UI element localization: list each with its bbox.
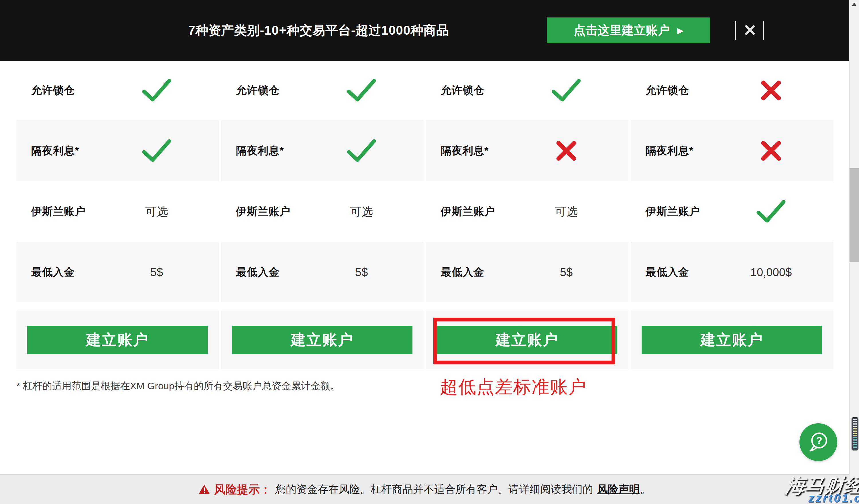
- create-account-button[interactable]: 建立账户: [437, 326, 617, 354]
- row-value: [756, 200, 786, 223]
- annotation-text: 超低点差标准账户: [440, 375, 587, 399]
- cross-icon: [760, 79, 782, 101]
- risk-text-end: 。: [640, 482, 651, 497]
- create-account-button[interactable]: 建立账户: [27, 326, 208, 354]
- scroll-up-arrow-icon[interactable]: [852, 3, 856, 6]
- account-column: 允许锁仓隔夜利息*伊斯兰账户可选最低入金5$建立账户: [221, 61, 424, 369]
- row-value: [347, 78, 376, 103]
- button-band: 建立账户: [16, 311, 219, 369]
- check-icon: [142, 139, 171, 163]
- scroll-minimap-widget: [852, 417, 858, 451]
- cell-value: 5$: [355, 266, 368, 279]
- row-value: [347, 139, 376, 163]
- risk-bar: 风险提示： 您的资金存在风险。杠杆商品并不适合所有客户。请详细阅读我们的 风险声…: [0, 474, 849, 504]
- scrollbar[interactable]: [849, 0, 859, 504]
- table-row: 隔夜利息*: [16, 120, 219, 181]
- row-value: 5$: [560, 266, 573, 279]
- risk-statement-link[interactable]: 风险声明: [597, 482, 639, 497]
- page: 7种资产类别-10+种交易平台-超过1000种商品 点击这里建立账户 ▶ ✕ 允…: [0, 0, 859, 504]
- table-row: 伊斯兰账户可选: [221, 181, 424, 242]
- scrollbar-thumb[interactable]: [849, 168, 859, 262]
- table-row: 允许锁仓: [221, 61, 424, 120]
- row-label: 最低入金: [441, 265, 484, 279]
- row-value: [552, 78, 581, 103]
- row-value: 5$: [355, 266, 368, 279]
- row-value: [760, 79, 782, 101]
- watermark-site: zzrt01.cn: [808, 492, 859, 504]
- row-label: 伊斯兰账户: [236, 204, 290, 219]
- accounts-comparison-table: 允许锁仓隔夜利息*伊斯兰账户可选最低入金5$建立账户允许锁仓隔夜利息*伊斯兰账户…: [16, 61, 833, 369]
- create-account-cta-button[interactable]: 点击这里建立账户 ▶: [547, 17, 710, 43]
- table-row: 允许锁仓: [16, 61, 219, 120]
- row-label: 伊斯兰账户: [441, 204, 495, 219]
- close-icon[interactable]: ✕: [738, 17, 761, 43]
- account-column: 允许锁仓隔夜利息*伊斯兰账户可选最低入金5$建立账户: [426, 61, 629, 369]
- row-label: 隔夜利息*: [236, 144, 284, 158]
- row-label: 允许锁仓: [236, 83, 280, 98]
- account-column: 允许锁仓隔夜利息*伊斯兰账户可选最低入金5$建立账户: [16, 61, 219, 369]
- cell-value: 可选: [145, 204, 168, 220]
- cross-icon: [760, 140, 782, 162]
- button-band: 建立账户: [631, 311, 833, 369]
- table-row: 隔夜利息*: [631, 120, 833, 181]
- banner-title: 7种资产类别-10+种交易平台-超过1000种商品: [188, 0, 449, 61]
- row-value: [555, 140, 577, 162]
- table-row: 最低入金5$: [221, 242, 424, 302]
- row-label: 隔夜利息*: [441, 144, 489, 158]
- row-value: 可选: [350, 204, 373, 220]
- warning-triangle-icon: [198, 484, 210, 494]
- divider: [763, 21, 764, 40]
- minimap-stripes-white: [853, 419, 857, 427]
- risk-label: 风险提示：: [214, 482, 271, 498]
- risk-text: 您的资金存在风险。杠杆商品并不适合所有客户。请详细阅读我们的: [275, 482, 593, 497]
- table-row: 最低入金5$: [16, 242, 219, 302]
- minimap-stripes-teal: [853, 437, 857, 448]
- table-row: 最低入金10,000$: [631, 242, 833, 302]
- check-icon: [756, 200, 786, 223]
- account-column: 允许锁仓隔夜利息*伊斯兰账户最低入金10,000$建立账户: [631, 61, 833, 369]
- cell-value: 5$: [560, 266, 573, 279]
- top-banner: 7种资产类别-10+种交易平台-超过1000种商品 点击这里建立账户 ▶ ✕: [0, 0, 849, 61]
- row-gap: [426, 302, 629, 311]
- row-value: [142, 139, 171, 163]
- button-band: 建立账户: [221, 311, 424, 369]
- cta-arrow-icon: ▶: [677, 27, 683, 35]
- row-label: 隔夜利息*: [31, 144, 79, 158]
- leverage-footnote: * 杠杆的适用范围是根据在XM Group持有的所有交易账户总资金累计金额。: [16, 379, 340, 393]
- row-gap: [631, 302, 833, 311]
- row-gap: [221, 302, 424, 311]
- row-value: [142, 78, 171, 103]
- row-value: 10,000$: [751, 266, 792, 279]
- row-value: 可选: [555, 204, 578, 220]
- row-label: 最低入金: [236, 265, 280, 279]
- minimap-stripes-yellow: [853, 428, 857, 437]
- row-label: 伊斯兰账户: [31, 204, 86, 219]
- table-row: 伊斯兰账户可选: [426, 181, 629, 242]
- create-account-button[interactable]: 建立账户: [232, 326, 412, 354]
- row-label: 隔夜利息*: [646, 144, 693, 158]
- cta-label: 点击这里建立账户: [574, 22, 670, 38]
- row-label: 最低入金: [31, 265, 75, 279]
- table-row: 允许锁仓: [426, 61, 629, 120]
- cell-value: 可选: [350, 204, 373, 220]
- chat-question-icon: ?: [807, 431, 829, 453]
- cell-value: 可选: [555, 204, 578, 220]
- row-value: 可选: [145, 204, 168, 220]
- help-button[interactable]: ?: [799, 423, 837, 461]
- check-icon: [552, 78, 581, 103]
- table-row: 隔夜利息*: [221, 120, 424, 181]
- create-account-button[interactable]: 建立账户: [642, 326, 822, 354]
- check-icon: [347, 78, 376, 103]
- row-label: 允许锁仓: [31, 83, 75, 98]
- row-gap: [16, 302, 219, 311]
- cell-value: 5$: [150, 266, 163, 279]
- table-row: 最低入金5$: [426, 242, 629, 302]
- check-icon: [142, 78, 171, 103]
- row-label: 允许锁仓: [441, 83, 484, 98]
- cross-icon: [555, 140, 577, 162]
- button-band: 建立账户: [426, 311, 629, 369]
- row-value: [760, 140, 782, 162]
- row-label: 伊斯兰账户: [646, 204, 700, 219]
- table-row: 隔夜利息*: [426, 120, 629, 181]
- svg-text:?: ?: [816, 435, 822, 446]
